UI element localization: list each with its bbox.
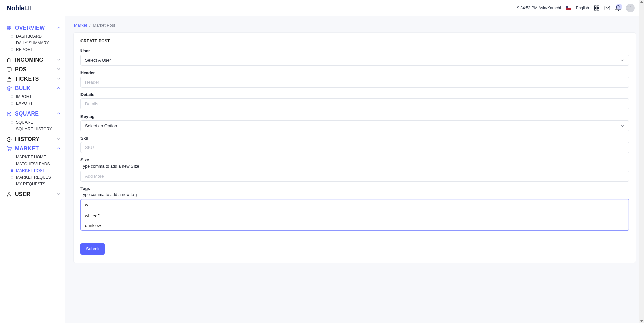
svg-rect-0 bbox=[7, 26, 9, 27]
nav-dashboard[interactable]: DASHBOARD bbox=[12, 33, 65, 40]
scrollbar[interactable] bbox=[639, 0, 644, 323]
create-post-card: CREATE POST User Select A User Header bbox=[73, 32, 636, 263]
topbar: 9:34:53 PM Asia/Karachi English 30 x 30 bbox=[65, 0, 644, 16]
chevron-down-icon bbox=[620, 124, 625, 128]
nav-user[interactable]: USER bbox=[0, 191, 65, 198]
nav-history[interactable]: HISTORY bbox=[0, 136, 65, 143]
label-keytag: Keytag bbox=[80, 114, 629, 119]
sidebar-header: NobleUI bbox=[0, 0, 65, 16]
input-sku[interactable] bbox=[80, 142, 629, 153]
select-keytag-value: Select an Option bbox=[85, 123, 117, 128]
svg-rect-16 bbox=[594, 8, 596, 10]
tags-option[interactable]: whiteaf1 bbox=[81, 211, 629, 221]
nav-incoming[interactable]: INCOMING bbox=[0, 56, 65, 64]
chevron-up-icon bbox=[56, 25, 61, 30]
nav-square-item[interactable]: SQUARE bbox=[12, 119, 65, 126]
content: Market / Market Post CREATE POST User Se… bbox=[65, 16, 644, 323]
sidebar-nav: OVERVIEW DASHBOARD DAILY SUMMARY REPORT … bbox=[0, 16, 65, 201]
svg-rect-4 bbox=[7, 67, 11, 71]
nav-export[interactable]: EXPORT bbox=[12, 100, 65, 107]
flag-us-icon bbox=[566, 6, 571, 10]
avatar[interactable]: 30 x 30 bbox=[626, 4, 635, 12]
chevron-down-icon bbox=[56, 76, 61, 81]
mail-icon[interactable] bbox=[604, 5, 610, 11]
brand-light: UI bbox=[24, 4, 31, 12]
nav-market-label: MARKET bbox=[15, 146, 39, 152]
svg-rect-13 bbox=[594, 6, 596, 7]
nav-square-label: SQUARE bbox=[15, 111, 39, 117]
label-size: Size bbox=[80, 158, 629, 163]
card-title: CREATE POST bbox=[80, 39, 629, 43]
nav-import[interactable]: IMPORT bbox=[12, 93, 65, 100]
inbox-icon bbox=[7, 58, 12, 63]
select-keytag[interactable]: Select an Option bbox=[80, 120, 629, 131]
svg-point-11 bbox=[11, 150, 11, 151]
hint-tags: Type comma to add a new tag bbox=[80, 192, 629, 197]
field-details: Details bbox=[80, 92, 629, 109]
nav-market[interactable]: MARKET bbox=[0, 145, 65, 152]
nav-square-history[interactable]: SQUARE HISTORY bbox=[12, 126, 65, 132]
nav-market-post[interactable]: MARKET POST bbox=[12, 167, 65, 174]
select-user[interactable]: Select A User bbox=[80, 55, 629, 66]
hint-size: Type comma to add a new Size bbox=[80, 164, 629, 169]
svg-point-12 bbox=[8, 192, 10, 194]
breadcrumb-root[interactable]: Market bbox=[74, 23, 87, 28]
nav-tickets[interactable]: TICKETS bbox=[0, 75, 65, 83]
field-keytag: Keytag Select an Option bbox=[80, 114, 629, 131]
svg-rect-14 bbox=[597, 6, 599, 7]
field-sku: Sku bbox=[80, 136, 629, 153]
language-label[interactable]: English bbox=[576, 6, 589, 10]
nav-square[interactable]: SQUARE bbox=[0, 110, 65, 118]
nav-matches-leads[interactable]: MATCHES/LEADS bbox=[12, 160, 65, 167]
input-header[interactable] bbox=[80, 77, 629, 88]
brand-logo[interactable]: NobleUI bbox=[7, 4, 31, 12]
field-tags: Tags Type comma to add a new tag whiteaf… bbox=[80, 186, 629, 231]
svg-point-10 bbox=[8, 150, 9, 151]
label-details: Details bbox=[80, 92, 629, 97]
nav-overview[interactable]: OVERVIEW bbox=[0, 24, 65, 32]
box-icon bbox=[7, 111, 12, 117]
thumbs-up-icon bbox=[7, 77, 12, 82]
tags-combobox: whiteaf1 dunklow bbox=[80, 199, 629, 231]
svg-rect-3 bbox=[7, 28, 9, 30]
svg-rect-1 bbox=[10, 26, 11, 27]
nav-market-request[interactable]: MARKET REQUEST bbox=[12, 174, 65, 181]
submit-button[interactable]: Submit bbox=[80, 243, 105, 255]
chevron-down-icon bbox=[56, 67, 61, 72]
label-user: User bbox=[80, 49, 629, 53]
nav-market-home[interactable]: MARKET HOME bbox=[12, 154, 65, 160]
chevron-up-icon bbox=[56, 111, 61, 116]
nav-bulk[interactable]: BULK bbox=[0, 85, 65, 92]
user-icon bbox=[7, 192, 12, 197]
menu-toggle-icon[interactable] bbox=[54, 6, 60, 10]
chevron-down-icon bbox=[620, 58, 625, 63]
label-sku: Sku bbox=[80, 136, 629, 141]
nav-my-requests[interactable]: MY REQUESTS bbox=[12, 181, 65, 187]
layers-icon bbox=[7, 86, 12, 91]
nav-pos-label: POS bbox=[15, 66, 27, 73]
chevron-down-icon bbox=[56, 192, 61, 196]
field-header: Header bbox=[80, 71, 629, 88]
clock-icon bbox=[7, 137, 12, 142]
svg-rect-2 bbox=[10, 28, 11, 30]
nav-pos[interactable]: POS bbox=[0, 66, 65, 73]
input-details[interactable] bbox=[80, 98, 629, 109]
nav-market-sub: MARKET HOME MATCHES/LEADS MARKET POST MA… bbox=[0, 152, 65, 189]
nav-report[interactable]: REPORT bbox=[12, 46, 65, 53]
brand-strong: Noble bbox=[7, 4, 24, 12]
input-size[interactable] bbox=[80, 171, 629, 182]
field-user: User Select A User bbox=[80, 49, 629, 66]
tags-dropdown: whiteaf1 dunklow bbox=[81, 211, 629, 230]
monitor-icon bbox=[7, 67, 12, 72]
apps-icon[interactable] bbox=[594, 5, 600, 11]
chevron-down-icon bbox=[56, 137, 61, 141]
breadcrumb: Market / Market Post bbox=[74, 23, 636, 28]
notifications-icon[interactable] bbox=[615, 5, 621, 11]
clock-text: 9:34:53 PM Asia/Karachi bbox=[517, 6, 561, 10]
tags-option[interactable]: dunklow bbox=[81, 221, 629, 230]
nav-user-label: USER bbox=[15, 191, 31, 197]
field-size: Size Type comma to add a new Size bbox=[80, 158, 629, 182]
nav-daily-summary[interactable]: DAILY SUMMARY bbox=[12, 40, 65, 46]
chevron-up-icon bbox=[56, 86, 61, 90]
input-tags[interactable] bbox=[81, 199, 629, 211]
